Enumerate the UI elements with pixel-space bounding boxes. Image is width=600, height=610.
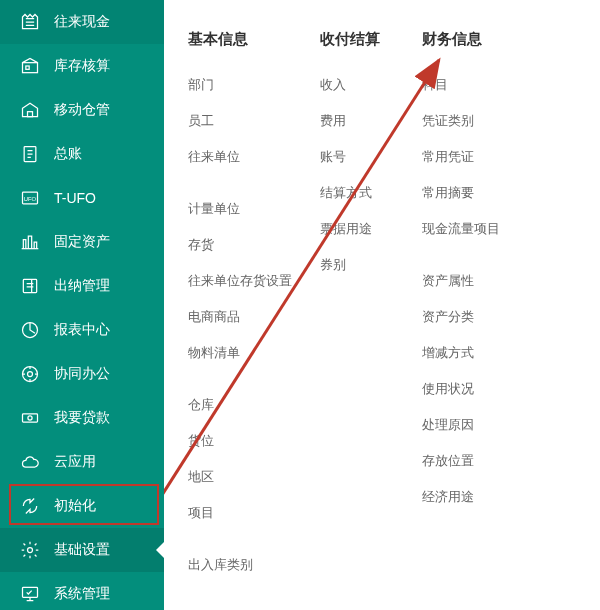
main-panel: 基本信息部门员工往来单位计量单位存货往来单位存货设置电商商品物料清单仓库货位地区… [164, 0, 600, 610]
system-icon [20, 584, 40, 604]
sidebar-item-label: 协同办公 [54, 365, 110, 383]
sidebar-item-label: 移动仓管 [54, 101, 110, 119]
inventory-icon [20, 56, 40, 76]
svg-rect-0 [23, 63, 38, 73]
svg-point-9 [28, 372, 33, 377]
menu-item[interactable]: 计量单位 [188, 191, 292, 227]
ufo-icon: UFO [20, 188, 40, 208]
menu-item[interactable]: 使用状况 [422, 371, 518, 407]
sidebar-item-ufo[interactable]: UFOT-UFO [0, 176, 164, 220]
menu-item[interactable]: 电商商品 [188, 299, 292, 335]
column-1: 收付结算收入费用账号结算方式票据用途券别 [320, 30, 394, 583]
sidebar: 往来现金库存核算移动仓管总账UFOT-UFO固定资产出纳管理报表中心协同办公我要… [0, 0, 164, 610]
menu-item[interactable]: 往来单位 [188, 139, 292, 175]
spacer [188, 175, 292, 191]
svg-rect-10 [23, 414, 38, 422]
menu-item[interactable]: 地区 [188, 459, 292, 495]
sidebar-item-label: 出纳管理 [54, 277, 110, 295]
sidebar-item-cloud[interactable]: 云应用 [0, 440, 164, 484]
cashier-icon [20, 276, 40, 296]
menu-item[interactable]: 经济用途 [422, 479, 518, 515]
ledger-icon [20, 144, 40, 164]
column-header: 基本信息 [188, 30, 292, 49]
asset-icon [20, 232, 40, 252]
menu-item[interactable]: 现金流量项目 [422, 211, 518, 247]
menu-item[interactable]: 仓库 [188, 387, 292, 423]
menu-item[interactable]: 券别 [320, 247, 394, 283]
cash-icon [20, 12, 40, 32]
sidebar-item-collab[interactable]: 协同办公 [0, 352, 164, 396]
column-header: 收付结算 [320, 30, 394, 49]
sidebar-item-label: T-UFO [54, 190, 96, 206]
settings-icon [20, 540, 40, 560]
menu-item[interactable]: 结算方式 [320, 175, 394, 211]
menu-item[interactable]: 凭证类别 [422, 103, 518, 139]
cloud-icon [20, 452, 40, 472]
sidebar-item-settings[interactable]: 基础设置 [0, 528, 164, 572]
column-header: 财务信息 [422, 30, 518, 49]
sidebar-item-label: 往来现金 [54, 13, 110, 31]
column-0: 基本信息部门员工往来单位计量单位存货往来单位存货设置电商商品物料清单仓库货位地区… [188, 30, 292, 583]
menu-item[interactable]: 存货 [188, 227, 292, 263]
svg-rect-1 [26, 66, 29, 69]
sidebar-item-label: 报表中心 [54, 321, 110, 339]
menu-item[interactable]: 处理原因 [422, 407, 518, 443]
menu-item[interactable]: 资产分类 [422, 299, 518, 335]
menu-item[interactable]: 常用摘要 [422, 175, 518, 211]
menu-item[interactable]: 存放位置 [422, 443, 518, 479]
column-2: 财务信息科目凭证类别常用凭证常用摘要现金流量项目资产属性资产分类增减方式使用状况… [422, 30, 518, 583]
sidebar-item-label: 固定资产 [54, 233, 110, 251]
sidebar-item-system[interactable]: 系统管理 [0, 572, 164, 610]
sidebar-item-label: 系统管理 [54, 585, 110, 603]
svg-text:UFO: UFO [24, 196, 37, 202]
menu-item[interactable]: 部门 [188, 67, 292, 103]
sidebar-item-label: 初始化 [54, 497, 96, 515]
sidebar-item-label: 云应用 [54, 453, 96, 471]
loan-icon [20, 408, 40, 428]
sidebar-item-asset[interactable]: 固定资产 [0, 220, 164, 264]
spacer [188, 531, 292, 547]
sidebar-item-inventory[interactable]: 库存核算 [0, 44, 164, 88]
init-icon [20, 496, 40, 516]
sidebar-item-label: 库存核算 [54, 57, 110, 75]
sidebar-item-mobile-wh[interactable]: 移动仓管 [0, 88, 164, 132]
menu-item[interactable]: 常用凭证 [422, 139, 518, 175]
menu-item[interactable]: 员工 [188, 103, 292, 139]
menu-item[interactable]: 往来单位存货设置 [188, 263, 292, 299]
menu-item[interactable]: 出入库类别 [188, 547, 292, 583]
sidebar-item-cash[interactable]: 往来现金 [0, 0, 164, 44]
menu-item[interactable]: 货位 [188, 423, 292, 459]
collab-icon [20, 364, 40, 384]
mobile-wh-icon [20, 100, 40, 120]
menu-item[interactable]: 票据用途 [320, 211, 394, 247]
spacer [188, 371, 292, 387]
sidebar-item-label: 我要贷款 [54, 409, 110, 427]
menu-item[interactable]: 收入 [320, 67, 394, 103]
sidebar-item-label: 总账 [54, 145, 82, 163]
report-icon [20, 320, 40, 340]
menu-item[interactable]: 物料清单 [188, 335, 292, 371]
sidebar-item-cashier[interactable]: 出纳管理 [0, 264, 164, 308]
menu-item[interactable]: 资产属性 [422, 263, 518, 299]
menu-item[interactable]: 增减方式 [422, 335, 518, 371]
svg-point-12 [28, 548, 33, 553]
sidebar-item-label: 基础设置 [54, 541, 110, 559]
svg-point-11 [28, 416, 32, 420]
menu-item[interactable]: 项目 [188, 495, 292, 531]
sidebar-item-report[interactable]: 报表中心 [0, 308, 164, 352]
sidebar-item-ledger[interactable]: 总账 [0, 132, 164, 176]
spacer [422, 247, 518, 263]
menu-item[interactable]: 科目 [422, 67, 518, 103]
sidebar-item-init[interactable]: 初始化 [0, 484, 164, 528]
svg-rect-2 [28, 112, 33, 117]
menu-item[interactable]: 费用 [320, 103, 394, 139]
sidebar-item-loan[interactable]: 我要贷款 [0, 396, 164, 440]
menu-item[interactable]: 账号 [320, 139, 394, 175]
svg-rect-6 [23, 279, 36, 292]
